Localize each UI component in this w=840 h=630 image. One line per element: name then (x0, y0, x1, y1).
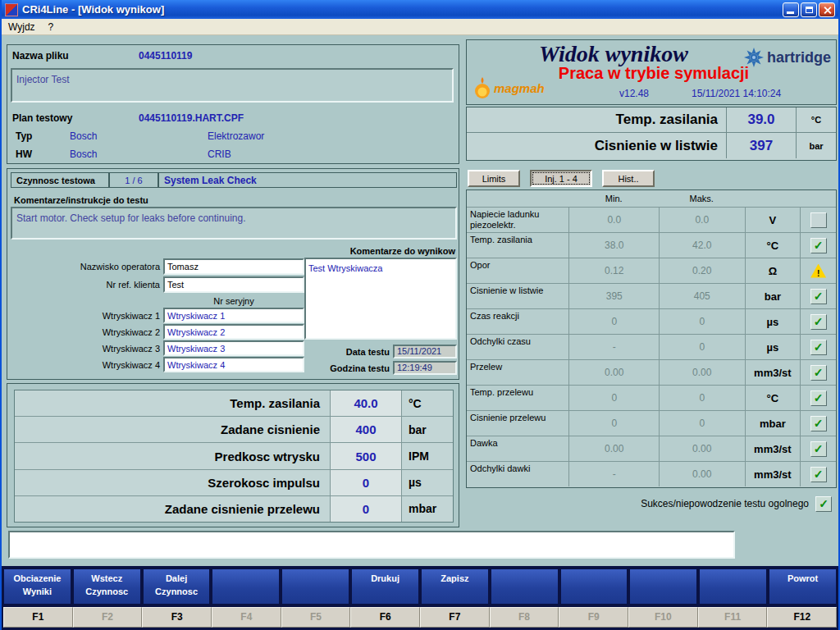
result-row: Odchylki dawki - 0.00 mm3/st ✓ (467, 461, 836, 486)
fn-button-f12[interactable]: Powrot (769, 568, 837, 605)
fn-button-f5[interactable] (281, 568, 349, 605)
result-max: 0 (659, 335, 745, 359)
test-title-box[interactable]: Injector Test (11, 68, 454, 103)
status-icon: ✓ (810, 441, 827, 457)
fn-button-f11[interactable] (699, 568, 767, 605)
fn-key-f2[interactable]: F2 (73, 607, 143, 628)
step-name: System Leak Check (164, 175, 257, 186)
type-value: Bosch (70, 130, 97, 142)
step-comments-box[interactable]: Start motor. Check setup for leaks befor… (11, 207, 457, 240)
result-unit: Ω (745, 258, 801, 283)
setpoint-label: Predkosc wtrysku (15, 443, 330, 468)
fn-key-f8[interactable]: F8 (490, 607, 559, 628)
fn-button-f2[interactable]: WsteczCzynnosc (73, 568, 141, 605)
injector-1-label: Wtryskiwacz 1 (24, 311, 160, 321)
result-min: 395 (568, 284, 659, 308)
setpoint-value: 0 (330, 496, 402, 522)
result-max: 0.00 (659, 360, 745, 385)
restore-button[interactable] (801, 2, 817, 17)
result-row: Odchylki czasu - 0 µs ✓ (467, 334, 836, 359)
fn-key-f6[interactable]: F6 (350, 607, 420, 628)
fn-key-f5[interactable]: F5 (281, 607, 351, 628)
status-icon: ✓ (810, 467, 827, 482)
result-min: 0 (568, 411, 659, 436)
test-time-value: 12:19:49 (393, 361, 457, 375)
fn-button-f4[interactable] (212, 568, 280, 605)
setpoint-row: Predkosc wtrysku 500 IPM (15, 443, 453, 469)
datetime-label: 15/11/2021 14:10:24 (692, 88, 781, 99)
version-label: v12.48 (619, 88, 649, 99)
result-min: 38.0 (568, 233, 659, 258)
result-unit: mm3/st (745, 360, 801, 385)
function-keys-row: F1 F2 F3 F4 F5 F6 F7 F8 F9 F10 F11 F12 (3, 607, 837, 628)
live-label: Temp. zasilania (467, 107, 726, 132)
warning-icon: ! (810, 264, 826, 278)
close-button[interactable] (819, 2, 835, 17)
fn-button-f9[interactable] (560, 568, 628, 605)
status-icon: ✓ (810, 416, 827, 431)
injector-3-label: Wtryskiwacz 3 (24, 344, 160, 354)
client-ref-input[interactable] (163, 276, 304, 293)
status-icon: ✓ (810, 289, 827, 304)
fn-key-f11[interactable]: F11 (698, 607, 768, 628)
test-date-value: 15/11/2021 (393, 345, 457, 358)
result-label: Napiecie ladunku piezoelektr. (467, 208, 568, 232)
setpoint-label: Temp. zasilania (15, 390, 330, 416)
step-name-box: System Leak Check (158, 172, 457, 188)
tab-hist[interactable]: Hist.. (602, 170, 655, 187)
tab-limits[interactable]: Limits (468, 170, 520, 187)
result-unit: V (745, 208, 801, 232)
fn-key-f12[interactable]: F12 (767, 607, 837, 628)
fn-button-f8[interactable] (491, 568, 559, 605)
results-header: Min. Maks. (467, 190, 836, 207)
fn-button-f3[interactable]: DalejCzynnosc (143, 568, 211, 605)
status-icon: ✓ (810, 390, 827, 406)
minimize-button[interactable] (783, 2, 799, 17)
fn-key-f3[interactable]: F3 (142, 607, 212, 628)
fn-key-f7[interactable]: F7 (420, 607, 490, 628)
fn-key-f1[interactable]: F1 (3, 607, 73, 628)
file-name-value: 0445110119 (139, 50, 192, 62)
fn-key-f4[interactable]: F4 (212, 607, 281, 628)
result-label: Cisnienie przelewu (467, 411, 568, 436)
menu-exit[interactable]: Wyjdz (8, 21, 35, 33)
setpoint-value: 0 (330, 470, 402, 495)
setpoint-unit: mbar (402, 496, 453, 522)
overall-result-row: Sukces/niepowodzenie testu ogolnego ✓ (466, 495, 837, 513)
fn-button-f6[interactable]: Drukuj (351, 568, 419, 605)
injector-2-input[interactable] (163, 324, 304, 340)
fn-button-f1[interactable]: ObciazenieWyniki (3, 568, 71, 605)
function-bar: ObciazenieWyniki WsteczCzynnosc DalejCzy… (2, 566, 838, 630)
result-row: Przelew 0.00 0.00 mm3/st ✓ (467, 359, 836, 385)
setpoint-label: Zadane cisnienie przelewu (15, 496, 330, 522)
result-row: Opor 0.12 0.20 Ω ! (467, 258, 836, 283)
result-label: Dawka (467, 436, 568, 461)
menu-help[interactable]: ? (48, 21, 54, 33)
tab-inj-1-4[interactable]: Inj. 1 - 4 (530, 170, 592, 187)
live-label: Cisnienie w listwie (467, 133, 726, 158)
step-counter-box: 1 / 6 (109, 172, 158, 188)
result-max: 0 (659, 386, 745, 410)
status-icon: ✓ (810, 314, 827, 330)
test-date-label: Data testu (253, 347, 390, 357)
test-step-panel: Czynnosc testowa 1 / 6 System Leak Check… (7, 168, 459, 380)
result-comments-box[interactable]: Test Wtryskiwacza (304, 258, 457, 340)
overall-result-label: Sukces/niepowodzenie testu ogolnego (641, 498, 809, 509)
results-panel: Min. Maks. Napiecie ladunku piezoelektr.… (466, 189, 837, 488)
result-max: 0.0 (659, 208, 745, 232)
fn-key-f9[interactable]: F9 (559, 607, 628, 628)
operator-input[interactable] (163, 258, 304, 275)
result-unit: mbar (745, 411, 801, 436)
message-box[interactable] (8, 531, 735, 559)
injector-1-input[interactable] (163, 308, 304, 323)
fn-key-f10[interactable]: F10 (628, 607, 698, 628)
fn-button-f7[interactable]: Zapisz (421, 568, 489, 605)
hw-label: HW (16, 148, 32, 160)
type-value-2: Elektrozawor (208, 130, 264, 142)
plan-label: Plan testowy (12, 112, 72, 124)
test-title-text: Injector Test (16, 74, 69, 85)
setpoint-unit: IPM (402, 443, 453, 468)
fn-button-f10[interactable] (629, 568, 697, 605)
result-label: Przelew (467, 360, 568, 385)
setpoint-row: Szerokosc impulsu 0 µs (15, 470, 453, 496)
